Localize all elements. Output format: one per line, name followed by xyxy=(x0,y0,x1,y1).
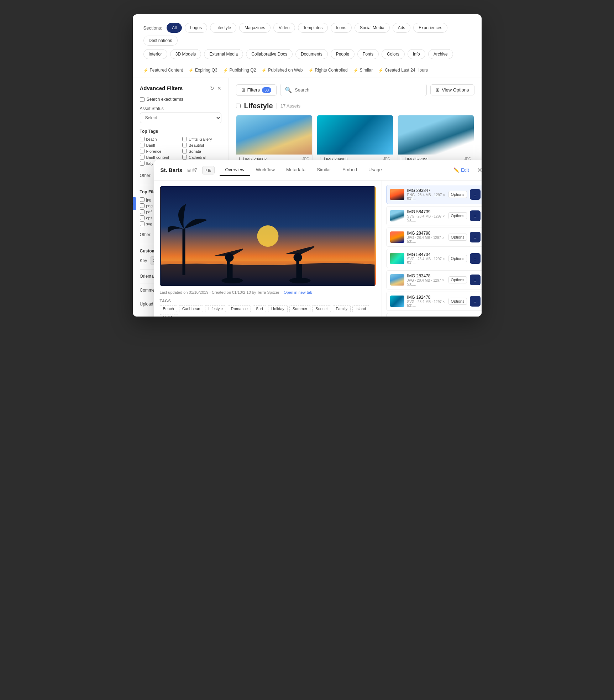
section-btn-ads[interactable]: Ads xyxy=(393,23,411,33)
section-btn-destinations[interactable]: Destinations xyxy=(143,36,178,46)
bolt-icon-7: ⚡ xyxy=(378,68,383,73)
tag-banff-content: Banff content xyxy=(140,155,179,160)
download-btn-1[interactable]: ↓ xyxy=(470,189,481,200)
options-btn-6[interactable]: Options xyxy=(448,298,467,305)
tag-uffitzi-checkbox[interactable] xyxy=(182,137,187,141)
tab-metadata[interactable]: Metadata xyxy=(280,164,311,176)
file-row-4[interactable]: IMG 584734 SVG · 28.4 MB · 1297 × 531...… xyxy=(386,249,482,268)
tag-florence-checkbox[interactable] xyxy=(140,149,145,153)
asset-card-2[interactable]: IMG 284903 JPG xyxy=(317,115,393,164)
file-name-3: IMG 284798 xyxy=(407,231,446,236)
section-btn-all[interactable]: All xyxy=(167,23,182,33)
asset-card-1[interactable]: IMG 204802 JPG xyxy=(236,115,313,164)
modal-right-panel: IMG 293847 PNG · 28.4 MB · 1297 × 531...… xyxy=(382,181,482,317)
ft-svg-checkbox[interactable] xyxy=(140,221,145,226)
quick-tag-rights[interactable]: ⚡ Rights Controlled xyxy=(309,68,348,73)
tag-chip-family: Family xyxy=(333,305,351,312)
tag-cathedral-checkbox[interactable] xyxy=(182,155,187,160)
tag-beautiful-checkbox[interactable] xyxy=(182,143,187,147)
filters-button[interactable]: ⊞ Filters 38 xyxy=(236,84,277,96)
options-btn-4[interactable]: Options xyxy=(448,255,467,262)
tab-usage[interactable]: Usage xyxy=(363,164,388,176)
main-card: Sections: All Logos Lifestyle Magazines … xyxy=(133,14,482,317)
tab-embed[interactable]: Embed xyxy=(337,164,363,176)
section-btn-info[interactable]: Info xyxy=(408,49,425,59)
file-meta-1: PNG · 28.4 MB · 1297 × 531... xyxy=(407,193,446,201)
section-btn-icons[interactable]: Icons xyxy=(331,23,352,33)
section-btn-magazines[interactable]: Magazines xyxy=(239,23,271,33)
quick-tag-expiring[interactable]: ⚡ Expiring Q3 xyxy=(189,68,217,73)
ft-eps-checkbox[interactable] xyxy=(140,215,145,220)
section-btn-templates[interactable]: Templates xyxy=(298,23,328,33)
file-row-7[interactable]: IMG 674638 JPG · 28.4 MB · 1297 × 531...… xyxy=(386,313,482,317)
modal-add-button[interactable]: +⊞ xyxy=(202,166,215,174)
modal-close-button[interactable]: ✕ xyxy=(477,166,482,174)
section-btn-experiences[interactable]: Experiences xyxy=(413,23,447,33)
section-btn-archive[interactable]: Archive xyxy=(428,49,453,59)
edit-button[interactable]: ✏️ Edit xyxy=(453,167,469,173)
section-btn-colors[interactable]: Colors xyxy=(382,49,405,59)
quick-tag-24h[interactable]: ⚡ Created Last 24 Hours xyxy=(378,68,428,73)
section-btn-fonts[interactable]: Fonts xyxy=(357,49,379,59)
download-btn-6[interactable]: ↓ xyxy=(470,296,481,307)
quick-tag-similar[interactable]: ⚡ Similar xyxy=(353,68,373,73)
modal-tabs: Overview Workflow Metadata Similar Embed… xyxy=(220,164,449,176)
section-btn-social-media[interactable]: Social Media xyxy=(355,23,390,33)
download-btn-3[interactable]: ↓ xyxy=(470,232,481,242)
ft-jpg-checkbox[interactable] xyxy=(140,197,145,202)
select-all-checkbox[interactable] xyxy=(236,104,241,108)
bolt-icon-6: ⚡ xyxy=(353,68,358,73)
file-name-5: IMG 283478 xyxy=(407,273,446,278)
section-btn-collaborative-docs[interactable]: Collaborative Docs xyxy=(246,49,293,59)
asset-status-select[interactable]: Select xyxy=(140,113,221,123)
file-row-3[interactable]: IMG 284798 JPG · 28.4 MB · 1297 × 531...… xyxy=(386,228,482,247)
quick-tag-publishing[interactable]: ⚡ Publishing Q2 xyxy=(223,68,256,73)
file-row-1[interactable]: IMG 293847 PNG · 28.4 MB · 1297 × 531...… xyxy=(386,185,482,204)
file-name-4: IMG 584734 xyxy=(407,252,446,257)
section-btn-3d-models[interactable]: 3D Models xyxy=(170,49,201,59)
file-row-6[interactable]: IMG 192478 SVG · 28.4 MB · 1297 × 531...… xyxy=(386,292,482,311)
file-details-6: IMG 192478 SVG · 28.4 MB · 1297 × 531... xyxy=(407,295,446,308)
tab-similar[interactable]: Similar xyxy=(311,164,337,176)
options-btn-2[interactable]: Options xyxy=(448,212,467,219)
options-btn-5[interactable]: Options xyxy=(448,276,467,283)
options-btn-1[interactable]: Options xyxy=(448,191,467,198)
bolt-icon-5: ⚡ xyxy=(309,68,314,73)
bolt-icon-2: ⚡ xyxy=(189,68,194,73)
tab-workflow[interactable]: Workflow xyxy=(250,164,280,176)
section-btn-external-media[interactable]: External Media xyxy=(204,49,243,59)
search-exact-label: Search exact terms xyxy=(147,97,183,102)
tab-overview[interactable]: Overview xyxy=(220,164,250,176)
view-options-button[interactable]: ⊞ View Options xyxy=(430,84,474,95)
modal-title: St. Barts xyxy=(161,167,183,173)
search-exact-checkbox[interactable] xyxy=(140,97,145,102)
asset-card-3[interactable]: IMG 577395 JPG xyxy=(398,115,474,164)
file-meta-3: JPG · 28.4 MB · 1297 × 531... xyxy=(407,236,446,244)
section-btn-interior[interactable]: Interior xyxy=(143,49,167,59)
sidebar-toggle[interactable]: » xyxy=(133,197,136,210)
section-btn-people[interactable]: People xyxy=(331,49,355,59)
tag-beach-checkbox[interactable] xyxy=(140,137,145,141)
refresh-icon[interactable]: ↻ xyxy=(210,85,214,91)
section-btn-logos[interactable]: Logos xyxy=(185,23,207,33)
download-btn-4[interactable]: ↓ xyxy=(470,253,481,264)
quick-tag-featured[interactable]: ⚡ Featured Content xyxy=(143,68,183,73)
section-btn-lifestyle[interactable]: Lifestyle xyxy=(210,23,236,33)
tag-italy-checkbox[interactable] xyxy=(140,161,145,166)
tag-sonata-checkbox[interactable] xyxy=(182,149,187,153)
ft-pdf-checkbox[interactable] xyxy=(140,209,145,214)
download-btn-2[interactable]: ↓ xyxy=(470,210,481,221)
section-btn-documents[interactable]: Documents xyxy=(295,49,328,59)
section-btn-video[interactable]: Video xyxy=(273,23,295,33)
tag-banff-content-checkbox[interactable] xyxy=(140,155,145,160)
options-btn-3[interactable]: Options xyxy=(448,234,467,241)
tag-banff-checkbox[interactable] xyxy=(140,143,145,147)
ft-png-checkbox[interactable] xyxy=(140,203,145,208)
search-input[interactable] xyxy=(295,87,422,93)
open-new-tab-link[interactable]: Open in new tab xyxy=(284,290,312,294)
file-row-5[interactable]: IMG 283478 JPG · 28.4 MB · 1297 × 531...… xyxy=(386,270,482,289)
file-row-2[interactable]: IMG 584739 SVG · 28.4 MB · 1297 × 531...… xyxy=(386,206,482,225)
download-btn-5[interactable]: ↓ xyxy=(470,275,481,285)
close-icon[interactable]: ✕ xyxy=(217,85,221,91)
quick-tag-published-web[interactable]: ⚡ Published on Web xyxy=(262,68,303,73)
